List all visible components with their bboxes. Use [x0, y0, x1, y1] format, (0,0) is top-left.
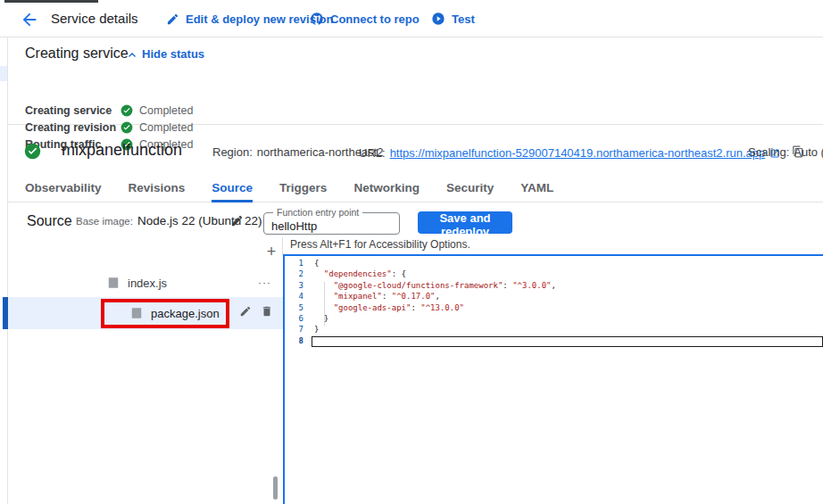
- creation-status-panel: Creating service Hide status Creating se…: [8, 37, 823, 125]
- code-text: "dependencies": {: [312, 269, 823, 279]
- source-section-title: Source: [27, 213, 72, 229]
- line-number: 4: [285, 291, 312, 302]
- line-number: 5: [285, 302, 312, 313]
- service-tabs: Observability Revisions Source Triggers …: [8, 175, 823, 202]
- pencil-icon: [239, 305, 252, 318]
- save-redeploy-button[interactable]: Save and redeploy: [418, 211, 512, 234]
- code-line[interactable]: 5 "google-ads-api": "^13.0.0": [285, 302, 823, 313]
- base-image-label: Base image:: [76, 216, 133, 227]
- code-line[interactable]: 1{: [285, 258, 823, 269]
- file-icon: [107, 276, 120, 290]
- pencil-icon: [166, 12, 179, 26]
- file-more-options-button[interactable]: ···: [258, 277, 271, 289]
- back-button[interactable]: [20, 10, 39, 29]
- file-name: index.js: [128, 277, 167, 290]
- code-line[interactable]: 3 "@google-cloud/functions-framework": "…: [285, 280, 823, 291]
- tab-networking[interactable]: Networking: [353, 175, 420, 202]
- status-row-label: Creating revision: [25, 121, 121, 134]
- tab-observability[interactable]: Observability: [25, 175, 102, 202]
- connect-repo-button[interactable]: Connect to repo: [310, 0, 420, 37]
- status-row-value: Completed: [139, 121, 193, 134]
- code-text: "google-ads-api": "^13.0.0": [312, 302, 823, 313]
- test-button[interactable]: Test: [431, 0, 475, 37]
- status-panel-title: Creating service: [25, 45, 129, 62]
- trash-icon: [261, 305, 273, 318]
- rail-highlight: [0, 66, 7, 81]
- service-region: Region: northamerica-northeast2: [212, 145, 383, 159]
- code-line[interactable]: 2 "dependencies": {: [285, 269, 823, 279]
- service-url: URL: https://mixpanelfunction-5290071404…: [359, 145, 804, 161]
- code-text: [312, 336, 823, 347]
- url-label: URL:: [359, 146, 386, 160]
- code-line[interactable]: 4 "mixpanel": "^0.17.0",: [285, 291, 823, 302]
- tab-security[interactable]: Security: [446, 175, 494, 202]
- scaling-value: Auto (Min: [794, 145, 823, 159]
- line-number: 8: [285, 335, 312, 346]
- code-text: "@google-cloud/functions-framework": "^3…: [312, 280, 823, 291]
- tab-source[interactable]: Source: [212, 175, 253, 202]
- arrow-left-icon: [20, 10, 39, 29]
- github-icon: [310, 12, 324, 26]
- line-number: 6: [285, 313, 312, 324]
- test-label: Test: [452, 12, 475, 26]
- play-icon: [431, 12, 445, 26]
- code-text: "mixpanel": "^0.17.0",: [312, 291, 823, 302]
- code-text: }: [312, 313, 823, 324]
- tab-yaml[interactable]: YAML: [520, 175, 553, 202]
- status-row-value: Completed: [139, 104, 193, 117]
- check-circle-icon: [121, 104, 133, 117]
- rename-file-button[interactable]: [239, 305, 252, 321]
- status-row: Creating service Completed: [25, 103, 193, 118]
- accessibility-hint: Press Alt+F1 for Accessibility Options.: [290, 238, 470, 251]
- tab-revisions[interactable]: Revisions: [129, 175, 186, 202]
- code-text: }: [312, 324, 823, 335]
- service-name: mixpanelfunction: [62, 141, 182, 160]
- entry-point-label: Function entry point: [273, 207, 362, 218]
- code-line[interactable]: 7}: [285, 324, 823, 335]
- service-scaling: Scaling: Auto (Min: [748, 145, 823, 159]
- edit-base-image-button[interactable]: [230, 214, 245, 228]
- delete-file-button[interactable]: [261, 305, 273, 321]
- code-line[interactable]: 6 }: [285, 313, 823, 324]
- line-number: 3: [285, 280, 312, 291]
- hide-status-toggle[interactable]: Hide status: [127, 47, 204, 61]
- add-file-button[interactable]: +: [262, 243, 280, 260]
- page-title: Service details: [51, 0, 138, 37]
- scaling-label: Scaling:: [748, 145, 789, 159]
- connect-repo-label: Connect to repo: [330, 12, 420, 26]
- code-editor[interactable]: 1{2 "dependencies": {3 "@google-cloud/fu…: [283, 254, 823, 504]
- hide-status-label: Hide status: [142, 47, 204, 61]
- file-icon: [130, 306, 143, 320]
- entry-point-input[interactable]: [271, 219, 387, 233]
- region-label: Region:: [212, 145, 253, 159]
- line-number: 1: [285, 258, 312, 269]
- code-line[interactable]: 8: [285, 335, 823, 346]
- check-circle-icon: [121, 121, 133, 134]
- code-text: {: [312, 258, 823, 269]
- panel-divider: [282, 237, 283, 255]
- panel-scrollbar-thumb[interactable]: [273, 476, 278, 500]
- tab-triggers[interactable]: Triggers: [279, 175, 327, 202]
- pencil-icon: [230, 214, 244, 227]
- file-name: package.json: [151, 307, 220, 320]
- status-row-label: Creating service: [25, 104, 121, 117]
- edit-deploy-button[interactable]: Edit & deploy new revision: [166, 0, 333, 37]
- status-row: Creating revision Completed: [25, 120, 193, 135]
- line-number: 2: [285, 269, 312, 279]
- chevron-up-icon: [127, 49, 137, 60]
- file-row-package-json[interactable]: package.json: [0, 297, 284, 329]
- line-number: 7: [285, 324, 312, 335]
- service-ok-icon: [24, 143, 41, 160]
- entry-point-field: Function entry point: [263, 207, 400, 235]
- indent-guide: [324, 282, 325, 326]
- file-row-index-js[interactable]: index.js ···: [0, 270, 284, 295]
- service-url-link[interactable]: https://mixpanelfunction-529007140419.no…: [390, 146, 766, 160]
